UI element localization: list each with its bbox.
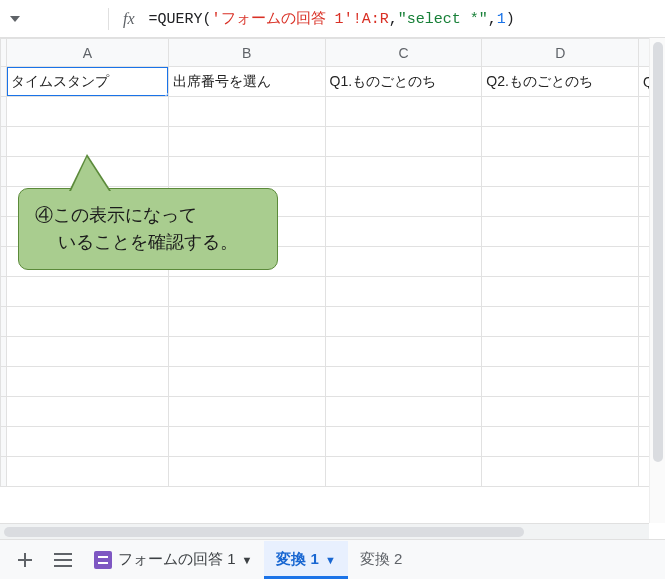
cell[interactable]: [7, 97, 169, 127]
callout-line1: ④この表示になって: [35, 202, 277, 229]
col-header-B[interactable]: B: [168, 39, 325, 67]
svg-rect-0: [54, 553, 72, 555]
cell-A1[interactable]: タイムスタンプ: [7, 67, 169, 97]
sheet-tab-bar: フォームの回答 1 ▼ 変換 1 ▼ 変換 2: [0, 539, 665, 579]
svg-rect-1: [54, 559, 72, 561]
cell[interactable]: [325, 427, 482, 457]
name-box[interactable]: [10, 16, 100, 22]
cell-B1[interactable]: 出席番号を選ん: [168, 67, 325, 97]
tok-comma2: ,: [488, 11, 497, 28]
cell[interactable]: [168, 97, 325, 127]
tok-arg1a: ': [212, 11, 221, 28]
add-sheet-button[interactable]: [6, 541, 44, 579]
cell[interactable]: [325, 277, 482, 307]
cell[interactable]: [325, 157, 482, 187]
cell[interactable]: [168, 307, 325, 337]
col-header-C[interactable]: C: [325, 39, 482, 67]
cell[interactable]: [7, 337, 169, 367]
cell[interactable]: [482, 397, 639, 427]
cell[interactable]: [7, 307, 169, 337]
vertical-scrollbar[interactable]: [649, 38, 665, 523]
cell[interactable]: [482, 307, 639, 337]
table-row: [1, 277, 666, 307]
cell[interactable]: [168, 397, 325, 427]
cell[interactable]: [7, 427, 169, 457]
cell[interactable]: [482, 127, 639, 157]
formula-bar: fx =QUERY('フォームの回答 1'!A:R,"select *",1): [0, 0, 665, 38]
cell[interactable]: [7, 127, 169, 157]
cell[interactable]: [7, 277, 169, 307]
table-row: タイムスタンプ 出席番号を選ん Q1.ものごとのち Q2.ものごとのち Q: [1, 67, 666, 97]
cell[interactable]: [168, 367, 325, 397]
cell[interactable]: [168, 157, 325, 187]
callout-tail: [71, 157, 109, 191]
table-row: [1, 397, 666, 427]
horizontal-scrollbar[interactable]: [0, 523, 649, 539]
fx-icon: fx: [117, 10, 141, 28]
tok-arg2: "select *": [398, 11, 488, 28]
separator: [108, 8, 109, 30]
scrollbar-thumb[interactable]: [653, 42, 663, 462]
cell[interactable]: [168, 337, 325, 367]
cell[interactable]: [168, 427, 325, 457]
spreadsheet-grid[interactable]: A B C D タイムスタンプ 出席番号を選ん Q1.ものごとのち Q2.ものご…: [0, 38, 665, 539]
all-sheets-button[interactable]: [44, 541, 82, 579]
cell-C1[interactable]: Q1.ものごとのち: [325, 67, 482, 97]
cell[interactable]: [482, 337, 639, 367]
tok-arg3: 1: [497, 11, 506, 28]
cell[interactable]: [168, 457, 325, 487]
table-row: [1, 427, 666, 457]
table-row: [1, 367, 666, 397]
col-header-D[interactable]: D: [482, 39, 639, 67]
cell[interactable]: [482, 247, 639, 277]
formula-input[interactable]: =QUERY('フォームの回答 1'!A:R,"select *",1): [149, 9, 665, 28]
tok-arg1c: '!A:R: [344, 11, 389, 28]
scrollbar-thumb[interactable]: [4, 527, 524, 537]
cell[interactable]: [482, 457, 639, 487]
cell[interactable]: [482, 367, 639, 397]
callout-line2: いることを確認する。: [35, 229, 277, 256]
cell[interactable]: [325, 457, 482, 487]
cell[interactable]: [7, 367, 169, 397]
cell[interactable]: [482, 97, 639, 127]
cell[interactable]: [325, 217, 482, 247]
tok-open: (: [203, 11, 212, 28]
cell[interactable]: [325, 97, 482, 127]
chevron-down-icon: ▼: [242, 554, 253, 566]
tab-henkan2[interactable]: 変換 2: [348, 541, 421, 579]
table-row: [1, 127, 666, 157]
cell[interactable]: [7, 457, 169, 487]
cell[interactable]: [325, 337, 482, 367]
cell[interactable]: [482, 157, 639, 187]
tok-func: QUERY: [158, 11, 203, 28]
cell[interactable]: [325, 247, 482, 277]
cell[interactable]: [7, 397, 169, 427]
cell[interactable]: [325, 397, 482, 427]
table-row: [1, 97, 666, 127]
cell[interactable]: [482, 217, 639, 247]
chevron-down-icon: ▼: [325, 554, 336, 566]
tok-eq: =: [149, 11, 158, 28]
tok-close: ): [506, 11, 515, 28]
selection-handle[interactable]: [165, 93, 169, 97]
column-header-row: A B C D: [1, 39, 666, 67]
cell[interactable]: [168, 277, 325, 307]
dropdown-icon: [10, 16, 20, 22]
svg-rect-2: [54, 565, 72, 567]
cell[interactable]: [325, 307, 482, 337]
cell-A1-text: タイムスタンプ: [11, 73, 109, 89]
cell[interactable]: [325, 367, 482, 397]
tab-label: 変換 1: [276, 550, 319, 569]
col-header-A[interactable]: A: [7, 39, 169, 67]
cell[interactable]: [482, 277, 639, 307]
menu-icon: [54, 553, 72, 567]
cell-D1[interactable]: Q2.ものごとのち: [482, 67, 639, 97]
cell[interactable]: [325, 127, 482, 157]
cell[interactable]: [482, 427, 639, 457]
cell[interactable]: [325, 187, 482, 217]
tab-form-responses[interactable]: フォームの回答 1 ▼: [82, 541, 264, 579]
tab-henkan1[interactable]: 変換 1 ▼: [264, 541, 347, 579]
tok-comma1: ,: [389, 11, 398, 28]
cell[interactable]: [168, 127, 325, 157]
cell[interactable]: [482, 187, 639, 217]
